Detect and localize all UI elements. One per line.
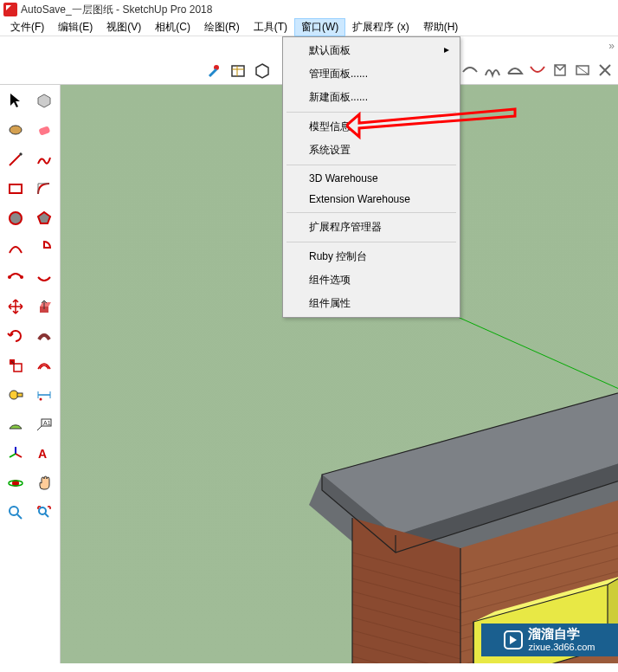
svg-point-10	[8, 275, 11, 279]
rotate-tool[interactable]	[2, 322, 29, 350]
shape-icon-2[interactable]	[481, 59, 504, 81]
page-bottom-gap	[0, 663, 618, 672]
paint-tool[interactable]	[2, 116, 29, 144]
svg-line-33	[45, 514, 48, 517]
svg-point-32	[39, 507, 46, 514]
menu-help[interactable]: 帮助(H)	[416, 18, 466, 36]
menu-camera[interactable]: 相机(C)	[148, 18, 197, 36]
svg-rect-6	[10, 184, 22, 193]
menu-comp-options[interactable]: 组件选项	[285, 268, 458, 292]
select-tool[interactable]	[2, 87, 29, 114]
menu-bar: 文件(F) 编辑(E) 视图(V) 相机(C) 绘图(R) 工具(T) 窗口(W…	[0, 19, 618, 36]
circle-tool[interactable]	[2, 204, 29, 232]
menu-view[interactable]: 视图(V)	[100, 18, 148, 36]
tape-tool[interactable]	[2, 381, 29, 409]
3dtext-tool[interactable]: A	[31, 440, 59, 468]
offset-tool[interactable]	[31, 352, 59, 379]
menu-ruby-console[interactable]: Ruby 控制台	[285, 245, 458, 268]
menu-separator	[286, 212, 456, 213]
shape-icon-4[interactable]	[526, 59, 549, 81]
axes-tool[interactable]	[2, 440, 29, 468]
toolbar-right	[459, 59, 616, 81]
menu-item-label: 默认面板	[309, 44, 351, 56]
app-icon	[3, 3, 17, 16]
watermark-url: zixue.3d66.com	[528, 642, 595, 653]
zoom-tool[interactable]	[2, 499, 29, 527]
eraser-tool[interactable]	[31, 116, 59, 144]
svg-text:A1: A1	[43, 420, 51, 426]
watermark-title: 溜溜自学	[528, 626, 595, 642]
move-tool[interactable]	[2, 293, 29, 320]
polygon-tool[interactable]	[31, 204, 59, 232]
svg-line-3	[576, 66, 589, 74]
svg-line-25	[16, 454, 22, 457]
menu-file[interactable]: 文件(F)	[3, 18, 51, 36]
menu-3d-warehouse[interactable]: 3D Warehouse	[285, 168, 458, 189]
zoom-extents-tool[interactable]	[31, 499, 59, 527]
window-menu-dropdown: 默认面板 ▸ 管理面板...... 新建面板...... 模型信息 系统设置 3…	[282, 36, 460, 318]
menu-manage-panel[interactable]: 管理面板......	[285, 62, 458, 86]
window-title: AutoSave_一层图纸 - SketchUp Pro 2018	[21, 3, 212, 17]
arc4-tool[interactable]	[31, 263, 59, 291]
tool-palette: A1 A	[0, 85, 61, 672]
watermark: 溜溜自学 zixue.3d66.com	[481, 624, 618, 656]
pie-tool[interactable]	[31, 234, 59, 262]
scale-tool[interactable]	[2, 352, 29, 379]
menu-extensions[interactable]: 扩展程序 (x)	[345, 18, 415, 36]
svg-point-9	[10, 212, 22, 224]
submenu-arrow-icon: ▸	[444, 43, 449, 55]
svg-point-4	[10, 126, 22, 134]
menu-default-panel[interactable]: 默认面板 ▸	[285, 39, 458, 62]
component-tool[interactable]	[31, 87, 59, 114]
pushpull-tool[interactable]	[31, 293, 59, 320]
play-icon	[504, 630, 523, 649]
svg-line-31	[17, 514, 22, 519]
shape-icon-6[interactable]	[571, 59, 594, 81]
svg-rect-5	[39, 126, 51, 136]
svg-rect-15	[17, 393, 23, 397]
toolbar-row	[203, 59, 274, 81]
menu-tools[interactable]: 工具(T)	[247, 18, 294, 36]
annotation-arrow	[346, 102, 519, 145]
menu-window[interactable]: 窗口(W)	[294, 18, 345, 36]
text-tool[interactable]: A1	[31, 410, 59, 438]
protractor-tool[interactable]	[2, 410, 29, 438]
title-bar: AutoSave_一层图纸 - SketchUp Pro 2018	[0, 0, 618, 19]
shape-icon-3[interactable]	[504, 59, 526, 81]
menu-separator	[286, 165, 456, 165]
menu-comp-attrs[interactable]: 组件属性	[285, 292, 458, 315]
freehand-tool[interactable]	[31, 145, 59, 173]
menu-ext-manager[interactable]: 扩展程序管理器	[285, 216, 458, 239]
orbit-tool[interactable]	[2, 469, 29, 497]
toolbar-chevron-icon[interactable]: »	[608, 40, 615, 52]
line-tool[interactable]	[2, 145, 29, 173]
shape-icon-7[interactable]	[594, 59, 616, 81]
svg-text:A: A	[38, 447, 47, 461]
menu-ext-warehouse[interactable]: Extension Warehouse	[285, 189, 458, 210]
menu-edit[interactable]: 编辑(E)	[51, 18, 100, 36]
svg-rect-12	[14, 364, 22, 372]
dimension-tool[interactable]	[31, 381, 59, 409]
rectangle-tool[interactable]	[2, 175, 29, 203]
shape-icon-5[interactable]	[549, 59, 571, 81]
pan-tool[interactable]	[31, 469, 59, 497]
arc-tool[interactable]	[31, 175, 59, 203]
followme-tool[interactable]	[31, 322, 59, 350]
svg-line-26	[10, 454, 16, 457]
shape-icon-1[interactable]	[459, 59, 481, 81]
plugin-icon-2[interactable]	[227, 59, 249, 81]
menu-draw[interactable]: 绘图(R)	[197, 18, 247, 36]
arc2-tool[interactable]	[2, 234, 29, 262]
plugin-icon-1[interactable]	[203, 59, 225, 81]
svg-point-11	[20, 275, 23, 279]
svg-rect-1	[232, 66, 244, 76]
arc3-tool[interactable]	[2, 263, 29, 291]
svg-point-19	[40, 398, 42, 401]
svg-point-30	[10, 507, 18, 515]
menu-separator	[286, 242, 456, 242]
svg-line-23	[37, 426, 42, 430]
plugin-icon-3[interactable]	[251, 59, 274, 81]
